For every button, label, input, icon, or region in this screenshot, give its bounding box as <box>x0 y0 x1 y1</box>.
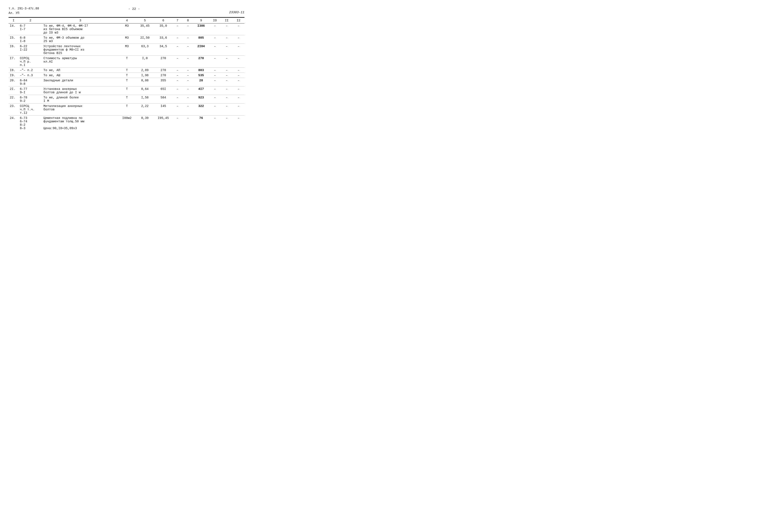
row-ref: ССРСЦ ч.П т.ч. т.I2 <box>19 103 42 115</box>
row-col9: I386 <box>193 23 209 35</box>
row-col11: – <box>221 44 232 56</box>
table-row: I9.–"– п.3То же, АШТI,98270––535––– <box>9 73 244 78</box>
row-col7: – <box>172 78 183 86</box>
row-col10: – <box>209 86 221 95</box>
row-col7: – <box>172 95 183 103</box>
row-col5: 2,89 <box>135 68 154 73</box>
table-row: I5.6–8 I–8То же, ФМ-3 объемом до 25 м3М3… <box>9 35 244 44</box>
row-col12: – <box>233 56 244 68</box>
row-description: То же, длиной более I М <box>42 95 118 103</box>
row-description: Стоимость арматуры кл.АI <box>42 56 118 68</box>
row-col11: – <box>221 103 232 115</box>
row-col6: I95,45 <box>154 115 172 131</box>
row-description: То же, АП <box>42 68 118 73</box>
row-col8: – <box>183 44 193 56</box>
row-col12: – <box>233 68 244 73</box>
page-number: - 22 - <box>128 7 140 11</box>
row-unit: М3 <box>118 44 135 56</box>
row-col11: – <box>221 78 232 86</box>
row-col11: – <box>221 115 232 131</box>
header-left: т.п. 291-3-47с.88 Ал. УП <box>9 6 39 15</box>
row-description: То же, ФМ-4, ФМ-6, ФМ-I7 из бетона BI5 о… <box>42 23 118 35</box>
row-col6: I45 <box>154 103 172 115</box>
row-col10: – <box>209 115 221 131</box>
col-header-2: 2 <box>19 18 42 23</box>
row-col7: – <box>172 44 183 56</box>
row-ref: 6–77 9–I <box>19 86 42 95</box>
main-table: I 2 3 4 5 6 7 8 9 IO II I2 I4.6–7 I–7То … <box>9 18 244 131</box>
row-col10: – <box>209 56 221 68</box>
row-ref: –"– п.3 <box>19 73 42 78</box>
row-unit: Т <box>118 86 135 95</box>
row-col8: – <box>183 68 193 73</box>
row-number: I7. <box>9 56 19 68</box>
row-number: I9. <box>9 73 19 78</box>
row-col11: – <box>221 95 232 103</box>
table-row: 24.6–73 6–74 8–2 8–3Цементная подливка п… <box>9 115 244 131</box>
row-col9: 805 <box>193 35 209 44</box>
row-col5: I,0 <box>135 56 154 68</box>
row-col7: – <box>172 35 183 44</box>
row-col6: 65I <box>154 86 172 95</box>
row-col10: – <box>209 23 221 35</box>
row-col7: – <box>172 56 183 68</box>
table-row: I6.6–22 I–22Устройство ленточных фундаме… <box>9 44 244 56</box>
row-description: Установка анкерных болтов длиной до I м <box>42 86 118 95</box>
row-col9: 270 <box>193 56 209 68</box>
row-col10: – <box>209 68 221 73</box>
row-col7: – <box>172 86 183 95</box>
row-col12: – <box>233 115 244 131</box>
row-col10: – <box>209 44 221 56</box>
row-col8: – <box>183 56 193 68</box>
row-ref: 6–84 9–8 <box>19 78 42 86</box>
row-col11: – <box>221 23 232 35</box>
row-ref: 6–7 I–7 <box>19 23 42 35</box>
row-number: I5. <box>9 35 19 44</box>
row-unit: Т <box>118 103 135 115</box>
row-description: Устройство ленточных фундаментов ф М8+II… <box>42 44 118 56</box>
row-ref: 6–22 I–22 <box>19 44 42 56</box>
row-unit: Т <box>118 68 135 73</box>
row-col7: – <box>172 115 183 131</box>
row-col6: 584 <box>154 95 172 103</box>
row-description: Металлизация анкерных болтов <box>42 103 118 115</box>
row-col5: 0,39 <box>135 115 154 131</box>
row-col8: – <box>183 95 193 103</box>
row-col8: – <box>183 78 193 86</box>
row-col8: – <box>183 23 193 35</box>
row-col10: – <box>209 103 221 115</box>
table-row: I7.ССРСЦ ч.П р. п.IСтоимость арматуры кл… <box>9 56 244 68</box>
table-row: 20.6–84 9–8Закладные деталиТ0,08355––28–… <box>9 78 244 86</box>
row-col9: 2I84 <box>193 44 209 56</box>
row-col5: 2,22 <box>135 103 154 115</box>
row-col11: – <box>221 86 232 95</box>
row-number: 2I. <box>9 86 19 95</box>
row-ref: –"– п.2 <box>19 68 42 73</box>
col-header-11: II <box>221 18 232 23</box>
row-col11: – <box>221 56 232 68</box>
row-col6: 35,0 <box>154 23 172 35</box>
row-col12: – <box>233 35 244 44</box>
row-col6: 270 <box>154 56 172 68</box>
row-col5: I,98 <box>135 73 154 78</box>
row-col10: – <box>209 35 221 44</box>
row-col8: – <box>183 103 193 115</box>
row-col6: 33,6 <box>154 35 172 44</box>
row-description: То же, АШ <box>42 73 118 78</box>
row-number: 23. <box>9 103 19 115</box>
row-number: 24. <box>9 115 19 131</box>
row-col9: 535 <box>193 73 209 78</box>
row-col5: 0,64 <box>135 86 154 95</box>
row-unit: М3 <box>118 35 135 44</box>
row-col9: 76 <box>193 115 209 131</box>
row-col5: 35,45 <box>135 23 154 35</box>
row-ref: 6–73 6–74 8–2 8–3 <box>19 115 42 131</box>
row-col9: 4I7 <box>193 86 209 95</box>
table-row: I8.–"– п.2То же, АПТ2,89278––803––– <box>9 68 244 73</box>
col-header-9: 9 <box>193 18 209 23</box>
col-header-5: 5 <box>135 18 154 23</box>
row-col11: – <box>221 35 232 44</box>
row-col5: 0,08 <box>135 78 154 86</box>
page-header: т.п. 291-3-47с.88 Ал. УП - 22 - 23303-11 <box>9 6 244 15</box>
row-unit: I00м2 <box>118 115 135 131</box>
